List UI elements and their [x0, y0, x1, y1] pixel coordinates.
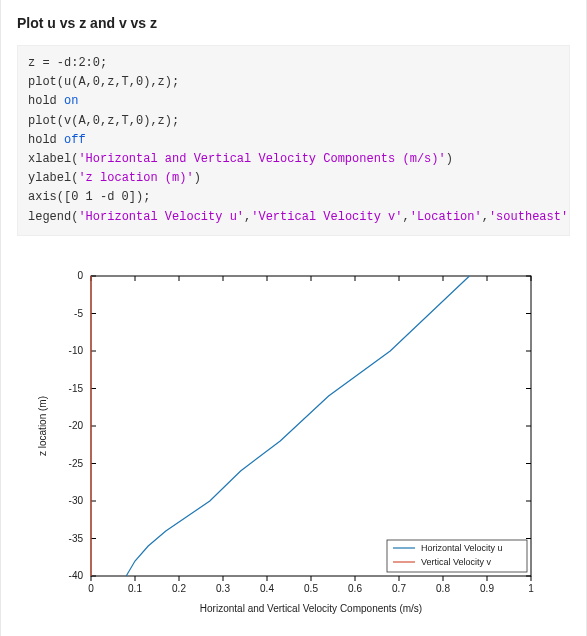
code-line-7-close: ): [194, 171, 201, 185]
code-string-legend-1: 'Horizontal Velocity u': [78, 210, 244, 224]
code-block: z = -d:2:0; plot(u(A,0,z,T,0),z); hold o…: [17, 45, 570, 236]
code-string-ylabel: 'z location (m)': [78, 171, 193, 185]
y-tick-label: -15: [69, 382, 84, 393]
x-tick-label: 0.3: [216, 583, 230, 594]
y-tick-label: -10: [69, 345, 84, 356]
code-line-2: plot(u(A,0,z,T,0),z);: [28, 75, 179, 89]
chart-area: 00.10.20.30.40.50.60.70.80.910-5-10-15-2…: [1, 246, 586, 636]
x-tick-label: 0.7: [392, 583, 406, 594]
x-tick-label: 0.6: [348, 583, 362, 594]
legend-label: Vertical Velocity v: [421, 557, 492, 567]
code-line-4: plot(v(A,0,z,T,0),z);: [28, 114, 179, 128]
y-tick-label: -25: [69, 457, 84, 468]
y-tick-label: -40: [69, 570, 84, 581]
section-title: Plot u vs z and v vs z: [17, 15, 570, 31]
x-tick-label: 0.9: [480, 583, 494, 594]
code-line-9-legend-open: legend(: [28, 210, 78, 224]
code-line-1: z = -d:2:0;: [28, 56, 107, 70]
code-line-7-ylabel-open: ylabel(: [28, 171, 78, 185]
chart-svg: 00.10.20.30.40.50.60.70.80.910-5-10-15-2…: [21, 266, 561, 626]
code-line-5-hold: hold: [28, 133, 64, 147]
x-tick-label: 1: [528, 583, 534, 594]
y-tick-label: -35: [69, 532, 84, 543]
y-tick-label: -30: [69, 495, 84, 506]
y-tick-label: -5: [74, 307, 83, 318]
x-tick-label: 0.4: [260, 583, 274, 594]
plot-border: [91, 276, 531, 576]
code-string-location: 'Location': [410, 210, 482, 224]
y-axis-title: z location (m): [37, 396, 48, 456]
code-string-xlabel: 'Horizontal and Vertical Velocity Compon…: [78, 152, 445, 166]
code-line-6-xlabel-open: xlabel(: [28, 152, 78, 166]
code-string-southeast: 'southeast': [489, 210, 568, 224]
code-keyword-on: on: [64, 94, 78, 108]
series-horizontal-u: [126, 276, 469, 576]
code-line-3-hold: hold: [28, 94, 64, 108]
y-tick-label: 0: [77, 270, 83, 281]
x-tick-label: 0.1: [128, 583, 142, 594]
x-axis-title: Horizontal and Vertical Velocity Compone…: [200, 603, 422, 614]
code-line-6-close: ): [446, 152, 453, 166]
x-tick-label: 0: [88, 583, 94, 594]
code-line-8: axis([0 1 -d 0]);: [28, 190, 150, 204]
code-keyword-off: off: [64, 133, 86, 147]
y-tick-label: -20: [69, 420, 84, 431]
x-tick-label: 0.2: [172, 583, 186, 594]
code-string-legend-2: 'Vertical Velocity v': [251, 210, 402, 224]
x-tick-label: 0.5: [304, 583, 318, 594]
legend-label: Horizontal Velocity u: [421, 543, 503, 553]
x-tick-label: 0.8: [436, 583, 450, 594]
section: Plot u vs z and v vs z z = -d:2:0; plot(…: [1, 0, 586, 246]
